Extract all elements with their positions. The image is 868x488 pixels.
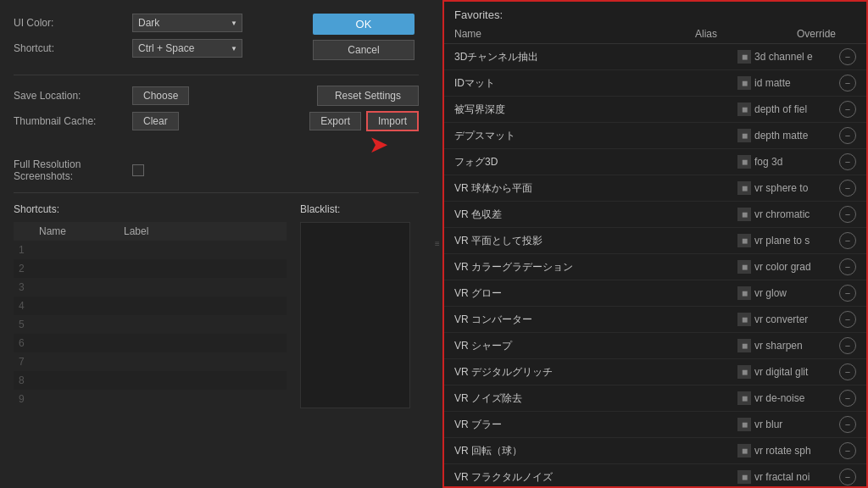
fav-remove-button[interactable]: − bbox=[839, 258, 856, 275]
row-label bbox=[119, 241, 287, 259]
fav-item-icon: ◼ bbox=[737, 260, 751, 274]
favorites-columns: Name Alias Override bbox=[444, 25, 866, 44]
full-resolution-checkbox[interactable] bbox=[132, 164, 144, 176]
favorites-list-item[interactable]: VR 平面として投影 ◼ vr plane to s − bbox=[444, 228, 866, 254]
favorites-list-item[interactable]: 被写界深度 ◼ depth of fiel − bbox=[444, 97, 866, 123]
favorites-list-item[interactable]: VR コンバーター ◼ vr converter − bbox=[444, 307, 866, 333]
export-button[interactable]: Export bbox=[309, 112, 361, 130]
fav-item-icon: ◼ bbox=[737, 365, 751, 379]
shortcut-row[interactable]: 1 bbox=[14, 241, 287, 259]
fav-item-icon: ◼ bbox=[737, 181, 751, 195]
favorites-list-item[interactable]: IDマット ◼ id matte − bbox=[444, 70, 866, 97]
shortcut-row[interactable]: 5 bbox=[14, 315, 287, 334]
fav-item-name: VR 球体から平面 bbox=[454, 181, 737, 196]
thumbnail-cache-label: Thumbnail Cache: bbox=[14, 115, 132, 127]
fav-item-name: デプスマット bbox=[454, 129, 737, 143]
shortcut-row[interactable]: 9 bbox=[14, 390, 287, 408]
fav-item-alias: vr digital glit bbox=[754, 366, 839, 378]
fav-remove-button[interactable]: − bbox=[839, 206, 856, 223]
fav-item-name: 被写界深度 bbox=[454, 103, 737, 117]
fav-remove-button[interactable]: − bbox=[839, 337, 856, 354]
fav-remove-button[interactable]: − bbox=[839, 75, 856, 92]
favorites-list-item[interactable]: VR ノイズ除去 ◼ vr de-noise − bbox=[444, 385, 866, 412]
row-label bbox=[119, 259, 287, 278]
shortcut-row[interactable]: 7 bbox=[14, 352, 287, 371]
favorites-list-item[interactable]: 3Dチャンネル抽出 ◼ 3d channel e − bbox=[444, 44, 866, 70]
fav-item-alias: vr chromatic bbox=[754, 208, 839, 220]
shortcuts-col-num bbox=[14, 222, 34, 241]
fav-item-alias: vr fractal noi bbox=[754, 471, 839, 483]
shortcut-row[interactable]: 3 bbox=[14, 278, 287, 297]
fav-item-alias: id matte bbox=[754, 77, 839, 89]
fav-item-name: VR フラクタルノイズ bbox=[454, 470, 737, 485]
fav-item-name: VR シャープ bbox=[454, 339, 737, 353]
fav-item-alias: vr sphere to bbox=[754, 182, 839, 194]
fav-item-alias: vr rotate sph bbox=[754, 445, 839, 457]
fav-remove-button[interactable]: − bbox=[839, 469, 856, 485]
import-button[interactable]: Import bbox=[366, 111, 419, 131]
fav-remove-button[interactable]: − bbox=[839, 442, 856, 459]
row-num: 7 bbox=[14, 352, 34, 371]
favorites-list-item[interactable]: フォグ3D ◼ fog 3d − bbox=[444, 149, 866, 175]
favorites-list-item[interactable]: VR 色収差 ◼ vr chromatic − bbox=[444, 202, 866, 228]
shortcuts-col-name: Name bbox=[34, 222, 119, 241]
favorites-list-item[interactable]: VR フラクタルノイズ ◼ vr fractal noi − bbox=[444, 464, 866, 486]
fav-item-alias: vr plane to s bbox=[754, 235, 839, 247]
fav-item-alias: vr blur bbox=[754, 419, 839, 430]
favorites-list-item[interactable]: VR デジタルグリッチ ◼ vr digital glit − bbox=[444, 359, 866, 385]
favorites-list-item[interactable]: デプスマット ◼ depth matte − bbox=[444, 123, 866, 149]
favorites-list-item[interactable]: VR カラーグラデーション ◼ vr color grad − bbox=[444, 254, 866, 280]
fav-remove-button[interactable]: − bbox=[839, 363, 856, 380]
favorites-list-item[interactable]: VR シャープ ◼ vr sharpen − bbox=[444, 333, 866, 359]
fav-remove-button[interactable]: − bbox=[839, 101, 856, 118]
fav-item-icon: ◼ bbox=[737, 418, 751, 431]
clear-button[interactable]: Clear bbox=[132, 112, 179, 130]
row-name bbox=[34, 334, 119, 352]
middle-scroll-indicator: ≡ bbox=[432, 0, 442, 488]
shortcut-row[interactable]: 4 bbox=[14, 297, 287, 315]
reset-settings-button[interactable]: Reset Settings bbox=[317, 86, 419, 106]
fav-remove-button[interactable]: − bbox=[839, 180, 856, 197]
fav-item-name: VR コンバーター bbox=[454, 313, 737, 327]
favorites-list-item[interactable]: VR グロー ◼ vr glow − bbox=[444, 280, 866, 307]
shortcut-select[interactable]: Ctrl + Space bbox=[132, 39, 242, 58]
shortcut-select-wrapper[interactable]: Ctrl + Space bbox=[132, 39, 242, 58]
col-alias-header: Alias bbox=[695, 28, 797, 40]
fav-remove-button[interactable]: − bbox=[839, 232, 856, 249]
fav-item-name: 3Dチャンネル抽出 bbox=[454, 50, 737, 64]
cancel-button[interactable]: Cancel bbox=[313, 40, 415, 60]
fav-item-icon: ◼ bbox=[737, 391, 751, 405]
divider-2 bbox=[14, 192, 419, 193]
row-num: 2 bbox=[14, 259, 34, 278]
row-num: 9 bbox=[14, 390, 34, 408]
fav-remove-button[interactable]: − bbox=[839, 416, 856, 433]
fav-item-alias: vr glow bbox=[754, 287, 839, 299]
ok-button[interactable]: OK bbox=[313, 14, 415, 35]
fav-remove-button[interactable]: − bbox=[839, 285, 856, 302]
fav-item-icon: ◼ bbox=[737, 339, 751, 352]
row-num: 6 bbox=[14, 334, 34, 352]
fav-remove-button[interactable]: − bbox=[839, 311, 856, 328]
fav-item-name: VR 平面として投影 bbox=[454, 234, 737, 248]
choose-button[interactable]: Choose bbox=[132, 86, 189, 105]
favorites-list-item[interactable]: VR 回転（球） ◼ vr rotate sph − bbox=[444, 438, 866, 464]
row-label bbox=[119, 278, 287, 297]
fav-remove-button[interactable]: − bbox=[839, 390, 856, 407]
shortcut-row[interactable]: 2 bbox=[14, 259, 287, 278]
row-num: 3 bbox=[14, 278, 34, 297]
ui-color-select-wrapper[interactable]: Dark bbox=[132, 14, 242, 32]
row-name bbox=[34, 390, 119, 408]
fav-item-icon: ◼ bbox=[737, 76, 751, 90]
fav-remove-button[interactable]: − bbox=[839, 127, 856, 144]
fav-remove-button[interactable]: − bbox=[839, 48, 856, 65]
favorites-list-item[interactable]: VR 球体から平面 ◼ vr sphere to − bbox=[444, 175, 866, 202]
row-label bbox=[119, 297, 287, 315]
row-name bbox=[34, 297, 119, 315]
ui-color-select[interactable]: Dark bbox=[132, 14, 242, 32]
fav-remove-button[interactable]: − bbox=[839, 153, 856, 170]
fav-item-icon: ◼ bbox=[737, 208, 751, 221]
fav-item-icon: ◼ bbox=[737, 470, 751, 484]
favorites-list-item[interactable]: VR ブラー ◼ vr blur − bbox=[444, 412, 866, 438]
shortcut-row[interactable]: 6 bbox=[14, 334, 287, 352]
shortcut-row[interactable]: 8 bbox=[14, 371, 287, 390]
